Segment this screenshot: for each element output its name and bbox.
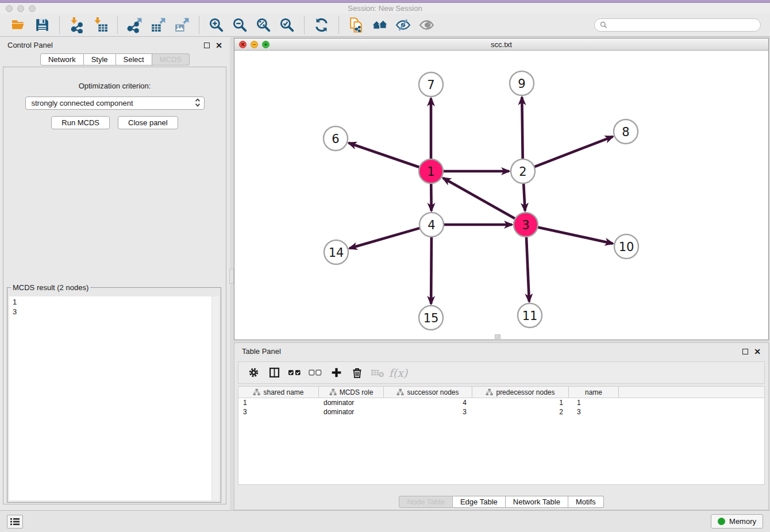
graph-node-7[interactable]: 7 — [419, 72, 443, 97]
graph-node-1[interactable]: 1 — [419, 159, 443, 183]
function-builder-button[interactable]: f(x) — [388, 364, 408, 382]
close-table-panel-button[interactable]: ✕ — [754, 349, 761, 354]
network-close-button[interactable]: ✕ — [239, 41, 247, 48]
network-canvas[interactable]: 1 2 3 4 6 7 8 9 10 11 14 15 — [234, 51, 768, 340]
memory-button[interactable]: Memory — [711, 514, 763, 529]
search-input[interactable] — [610, 21, 755, 29]
folder-open-icon — [10, 17, 27, 33]
close-panel-icon-button[interactable]: ✕ — [215, 43, 222, 48]
table-tab-edge-table[interactable]: Edge Table — [453, 496, 506, 508]
canvas-resize-handle[interactable] — [495, 334, 500, 339]
save-session-button[interactable] — [30, 16, 54, 35]
tab-select[interactable]: Select — [116, 53, 152, 65]
home-icon — [371, 17, 388, 33]
show-details-button[interactable] — [415, 16, 438, 35]
network-minimize-button[interactable]: – — [251, 41, 258, 48]
graph-edge-2-9[interactable] — [522, 97, 522, 160]
tab-network[interactable]: Network — [40, 53, 84, 65]
hide-graphics-details-button[interactable] — [391, 16, 415, 35]
column-type-icon — [329, 388, 337, 396]
open-session-button[interactable] — [7, 16, 30, 35]
graph-node-8[interactable]: 8 — [614, 119, 638, 144]
clone-network-button[interactable] — [344, 16, 368, 35]
select-all-columns-button[interactable] — [285, 364, 305, 382]
column-header-name[interactable]: name — [569, 387, 619, 398]
export-table-button[interactable] — [147, 16, 170, 35]
table-panel: Table Panel ✕ f(x) shared nameMCDS roles… — [234, 342, 769, 510]
graph-edge-3-1[interactable] — [443, 178, 516, 219]
create-column-button[interactable] — [326, 364, 346, 382]
zoom-in-button[interactable] — [205, 16, 228, 35]
select-stepper-icon — [195, 98, 201, 109]
fx-icon: f(x) — [389, 367, 408, 379]
panel-splitter-handle[interactable] — [229, 269, 234, 284]
zoom-fit-button[interactable] — [252, 16, 275, 35]
export-table-icon — [150, 17, 167, 33]
control-panel-header: Control Panel ✕ — [0, 37, 230, 53]
column-header-shared-name[interactable]: shared name — [238, 387, 319, 398]
graph-edge-4-14[interactable] — [349, 228, 421, 249]
export-network-icon — [126, 17, 143, 33]
zoom-selected-icon — [279, 17, 295, 33]
graph-node-11[interactable]: 11 — [518, 303, 542, 327]
table-row[interactable]: 1dominator411 — [238, 398, 764, 407]
import-network-button[interactable] — [65, 16, 88, 35]
export-network-button[interactable] — [123, 16, 147, 35]
mcds-result-text[interactable]: 1 3 — [9, 296, 219, 500]
export-image-button[interactable] — [170, 16, 194, 35]
graph-edge-3-10[interactable] — [537, 227, 613, 244]
graph-node-4[interactable]: 4 — [419, 213, 444, 237]
column-header-predecessor-nodes[interactable]: predecessor nodes — [472, 387, 569, 398]
node-table: shared nameMCDS rolesuccessor nodesprede… — [238, 386, 765, 485]
plus-icon — [330, 367, 342, 379]
graph-node-2[interactable]: 2 — [511, 159, 535, 183]
tab-style[interactable]: Style — [84, 53, 116, 65]
delete-columns-button[interactable] — [347, 364, 367, 382]
node-table-header: shared nameMCDS rolesuccessor nodesprede… — [238, 387, 764, 398]
float-table-panel-button[interactable] — [742, 349, 748, 354]
delete-table-button[interactable] — [368, 364, 387, 382]
zoom-selected-button[interactable] — [275, 16, 299, 35]
import-table-button[interactable] — [88, 16, 112, 35]
graph-edge-2-8[interactable] — [534, 137, 613, 167]
column-layout-button[interactable] — [264, 364, 284, 382]
table-row[interactable]: 3dominator323 — [238, 407, 764, 417]
zoom-out-button[interactable] — [228, 16, 252, 35]
graph-node-9[interactable]: 9 — [510, 71, 534, 95]
table-tab-network-table[interactable]: Network Table — [506, 496, 568, 508]
table-tab-node-table[interactable]: Node Table — [399, 496, 453, 508]
network-zoom-button[interactable]: + — [262, 41, 270, 48]
svg-text:9: 9 — [518, 77, 525, 91]
graph-edge-1-4[interactable] — [431, 183, 432, 211]
graph-edge-2-3[interactable] — [523, 183, 525, 211]
home-button[interactable] — [368, 16, 391, 35]
graph-node-3[interactable]: 3 — [514, 213, 538, 237]
graph-node-15[interactable]: 15 — [419, 306, 443, 330]
run-mcds-button[interactable]: Run MCDS — [51, 116, 110, 129]
table-settings-button[interactable] — [244, 364, 263, 382]
table-cell: 3 — [238, 407, 319, 417]
criterion-select[interactable]: strongly connected component — [25, 97, 205, 110]
graph-edge-1-6[interactable] — [349, 143, 420, 168]
mcds-result-title: MCDS result (2 nodes) — [11, 283, 90, 292]
table-cell: dominator — [319, 407, 384, 417]
apply-layout-button[interactable] — [310, 16, 333, 35]
graph-edge-3-11[interactable] — [526, 236, 529, 302]
table-tab-motifs[interactable]: Motifs — [568, 496, 604, 508]
column-header-MCDS-role[interactable]: MCDS role — [319, 387, 384, 398]
column-type-icon — [253, 388, 260, 396]
floppy-icon — [34, 17, 51, 33]
close-panel-button[interactable]: Close panel — [118, 116, 178, 129]
graph-node-10[interactable]: 10 — [614, 234, 638, 259]
task-history-button[interactable] — [7, 515, 23, 529]
float-panel-button[interactable] — [204, 43, 210, 48]
graph-node-14[interactable]: 14 — [324, 240, 348, 264]
graph-node-6[interactable]: 6 — [324, 126, 348, 151]
search-box[interactable] — [594, 18, 761, 32]
unselect-all-columns-button[interactable] — [306, 364, 325, 382]
graph-edge-4-15[interactable] — [431, 236, 432, 304]
tab-mcds[interactable]: MCDS — [152, 53, 190, 65]
column-header-successor-nodes[interactable]: successor nodes — [384, 387, 472, 398]
result-scrollbar[interactable] — [211, 296, 219, 500]
mcds-panel-body: Optimization criterion: strongly connect… — [3, 67, 226, 504]
